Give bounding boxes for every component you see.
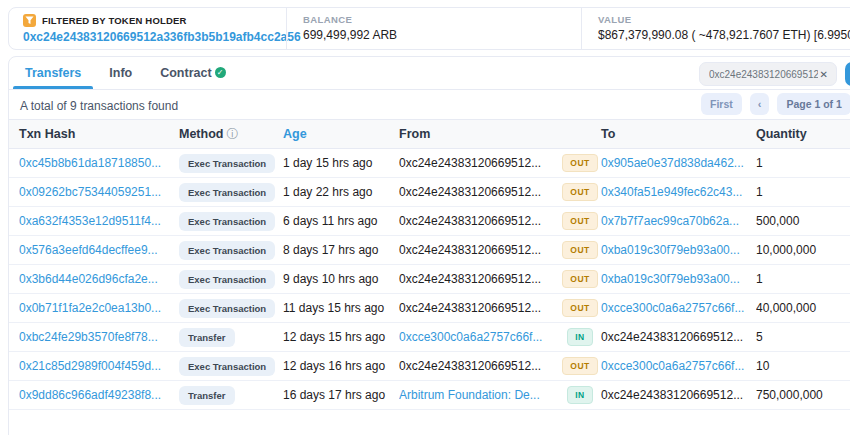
direction-badge: OUT [562, 183, 597, 201]
age-cell: 1 day 15 hrs ago [283, 156, 399, 170]
value-section: VALUE $867,379,990.08 ( ~478,921.7607 ET… [581, 8, 850, 49]
transfers-card: Transfers Info Contract✓ ✕ A total of 9 … [8, 56, 850, 435]
age-cell: 1 day 22 hrs ago [283, 185, 399, 199]
table-row: 0xa632f4353e12d9511f4... Exec Transactio… [9, 207, 850, 236]
method-badge: Transfer [179, 386, 235, 405]
txn-hash-link[interactable]: 0xc45b8b61da18718850... [19, 156, 161, 170]
age-cell: 12 days 15 hrs ago [283, 330, 399, 344]
table-header: Txn Hash Methodⓘ Age From To Quantity [9, 119, 850, 149]
txn-hash-link[interactable]: 0xa632f4353e12d9511f4... [19, 214, 161, 228]
quantity-cell: 10 [756, 359, 850, 373]
to-address[interactable]: 0xcce300c0a6a2757c66f... [601, 301, 744, 315]
header-age[interactable]: Age [283, 127, 399, 141]
method-badge: Exec Transaction [179, 299, 275, 318]
from-address[interactable]: Arbitrum Foundation: De... [399, 388, 540, 402]
balance-value: 699,499,992 ARB [303, 28, 581, 42]
balance-section: BALANCE 699,499,992 ARB [286, 8, 581, 49]
transfers-tbody: 0xc45b8b61da18718850... Exec Transaction… [9, 149, 850, 410]
tab-transfers[interactable]: Transfers [11, 57, 95, 89]
pagination: First ‹ Page 1 of 1 › Last [701, 93, 850, 115]
txn-hash-link[interactable]: 0x576a3eefd64decffee9... [19, 243, 158, 257]
table-row: 0x3b6d44e026d96cfa2e... Exec Transaction… [9, 265, 850, 294]
tab-contract[interactable]: Contract✓ [146, 57, 239, 89]
quantity-cell: 750,000,000 [756, 388, 850, 402]
direction-badge: OUT [562, 212, 597, 230]
balance-label: BALANCE [303, 14, 581, 25]
header-txn-hash: Txn Hash [19, 127, 179, 141]
from-address: 0xc24e24383120669512... [399, 185, 541, 199]
results-summary: A total of 9 transactions found [20, 99, 178, 113]
txn-hash-link[interactable]: 0x09262bc75344059251... [19, 185, 161, 199]
first-page-button[interactable]: First [701, 93, 742, 115]
quantity-cell: 5 [756, 330, 850, 344]
to-address[interactable]: 0x7b7f7aec99ca70b62a... [601, 214, 739, 228]
page: FILTERED BY TOKEN HOLDER 0xc24e243831206… [0, 0, 850, 435]
to-address[interactable]: 0xba019c30f79eb93a00... [601, 243, 740, 257]
age-cell: 8 days 17 hrs ago [283, 243, 399, 257]
from-address: 0xc24e24383120669512... [399, 359, 541, 373]
filtered-by-label: FILTERED BY TOKEN HOLDER [42, 15, 187, 26]
table-row: 0x09262bc75344059251... Exec Transaction… [9, 178, 850, 207]
txn-hash-link[interactable]: 0x3b6d44e026d96cfa2e... [19, 272, 158, 286]
tab-contract-label: Contract [160, 66, 211, 80]
header-from: From [399, 127, 559, 141]
to-address: 0xc24e24383120669512... [601, 388, 743, 402]
value-label: VALUE [598, 14, 850, 25]
table-row: 0xbc24fe29b3570fe8f78... Transfer 12 day… [9, 323, 850, 352]
method-badge: Exec Transaction [179, 241, 275, 260]
header-to: To [601, 127, 756, 141]
to-address[interactable]: 0xcce300c0a6a2757c66f... [601, 359, 744, 373]
table-row: 0x576a3eefd64decffee9... Exec Transactio… [9, 236, 850, 265]
table-row: 0xc45b8b61da18718850... Exec Transaction… [9, 149, 850, 178]
direction-badge: OUT [562, 357, 597, 375]
direction-badge: OUT [562, 299, 597, 317]
filter-funnel-icon [23, 14, 36, 27]
method-badge: Exec Transaction [179, 154, 275, 173]
direction-badge: OUT [562, 154, 597, 172]
direction-badge: IN [567, 386, 593, 404]
quantity-cell: 500,000 [756, 214, 850, 228]
method-badge: Exec Transaction [179, 212, 275, 231]
contract-verified-icon: ✓ [215, 67, 226, 78]
method-badge: Transfer [179, 328, 235, 347]
from-address[interactable]: 0xcce300c0a6a2757c66f... [399, 330, 542, 344]
quantity-cell: 40,000,000 [756, 301, 850, 315]
header-method: Methodⓘ [179, 126, 283, 143]
from-address: 0xc24e24383120669512... [399, 243, 541, 257]
clear-search-button[interactable]: ✕ [818, 69, 830, 80]
filter-summary-bar: FILTERED BY TOKEN HOLDER 0xc24e243831206… [8, 7, 850, 50]
age-cell: 16 days 17 hrs ago [283, 388, 399, 402]
to-address[interactable]: 0x905ae0e37d838da462... [601, 156, 744, 170]
method-badge: Exec Transaction [179, 357, 275, 376]
quantity-cell: 1 [756, 272, 850, 286]
tab-info[interactable]: Info [95, 57, 146, 89]
txn-hash-link[interactable]: 0x21c85d2989f004f459d... [19, 359, 161, 373]
method-badge: Exec Transaction [179, 270, 275, 289]
search-button[interactable] [845, 62, 850, 86]
txn-hash-link[interactable]: 0x0b71f1fa2e2c0ea13b0... [19, 301, 161, 315]
quantity-cell: 1 [756, 156, 850, 170]
page-indicator: Page 1 of 1 [777, 93, 850, 115]
from-address: 0xc24e24383120669512... [399, 301, 541, 315]
search-input[interactable] [709, 69, 818, 80]
prev-page-button[interactable]: ‹ [750, 93, 770, 115]
table-row: 0x0b71f1fa2e2c0ea13b0... Exec Transactio… [9, 294, 850, 323]
quantity-cell: 1 [756, 185, 850, 199]
to-address[interactable]: 0xba019c30f79eb93a00... [601, 272, 740, 286]
filtered-address-link[interactable]: 0xc24e24383120669512a336fb3b5b19afb4cc2a… [23, 30, 301, 44]
txn-hash-link[interactable]: 0xbc24fe29b3570fe8f78... [19, 330, 158, 344]
value-value: $867,379,990.08 ( ~478,921.7607 ETH) [6.… [598, 28, 850, 42]
from-address: 0xc24e24383120669512... [399, 156, 541, 170]
quantity-cell: 10,000,000 [756, 243, 850, 257]
direction-badge: IN [567, 328, 593, 346]
to-address[interactable]: 0x340fa51e949fec62c43... [601, 185, 742, 199]
header-method-label: Method [179, 127, 223, 141]
age-cell: 12 days 16 hrs ago [283, 359, 399, 373]
txn-hash-link[interactable]: 0x9dd86c966adf49238f8... [19, 388, 161, 402]
method-info-icon[interactable]: ⓘ [226, 127, 238, 141]
method-badge: Exec Transaction [179, 183, 275, 202]
table-row: 0x9dd86c966adf49238f8... Transfer 16 day… [9, 381, 850, 410]
direction-badge: OUT [562, 241, 597, 259]
address-search: ✕ [699, 62, 850, 86]
age-cell: 9 days 10 hrs ago [283, 272, 399, 286]
